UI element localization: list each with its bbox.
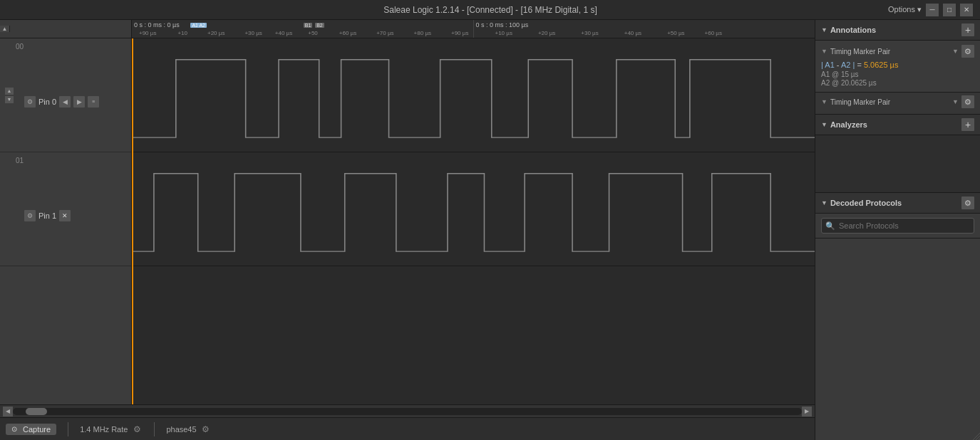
ruler-right-tick-20us: +20 µs (538, 30, 555, 36)
scrollbar-right-button[interactable]: ▶ (802, 407, 812, 417)
annotations-title: Annotations (830, 26, 876, 34)
analyzers-header-left: ▼ Analyzers (821, 120, 867, 129)
annotations-add-button[interactable]: + (961, 23, 974, 36)
timing-a2-label: A2 | (841, 61, 855, 69)
channel-0-scroll-down[interactable]: ▼ (5, 96, 14, 103)
timing-marker-2-triangle-icon: ▼ (821, 98, 827, 105)
channel-0-scroll: ▲ ▼ (4, 88, 14, 103)
timing-pair-2-header: ▼ Timing Marker Pair ▼ ⚙ (821, 95, 974, 108)
marker-b2-label: B2 (315, 23, 324, 28)
channel-0-index: 00 (16, 43, 24, 51)
ruler-tick-70us: +70 µs (376, 30, 393, 36)
capture-label: Capture (23, 425, 51, 434)
left-panel: ▲ 0 s : 0 ms : 0 µs +90 µs +10 A1 A2 +20… (0, 20, 815, 440)
decoded-protocols-header-left: ▼ Decoded Protocols (821, 199, 902, 207)
preset-label: phase45 (166, 425, 196, 434)
decoded-protocols-collapse-icon: ▼ (821, 199, 827, 206)
ruler-tick-30us: +30 µs (244, 30, 262, 36)
resize-handle[interactable] (973, 433, 980, 440)
timing-pair-1-down-icon: ▼ (952, 48, 959, 55)
scrollbar-thumb[interactable] (26, 408, 47, 415)
ruler-left: 0 s : 0 ms : 0 µs +90 µs +10 A1 A2 +20 µ… (132, 20, 474, 38)
ruler-tick-80us: +80 µs (414, 30, 431, 36)
scrollbar-left-button[interactable]: ◀ (3, 407, 13, 417)
annotations-section-header[interactable]: ▼ Annotations + (815, 20, 980, 41)
waveform-svg-1 (132, 152, 815, 266)
timing-a1-label: | A1 (821, 61, 835, 69)
ruler-tick-50us: +50 B2 (308, 30, 318, 36)
ruler-tick-10: +10 A1 A2 (177, 30, 187, 36)
analyzers-section: ▼ Analyzers + (815, 115, 980, 193)
annotations-collapse-icon: ▼ (821, 26, 827, 33)
rate-label: 1.4 MHz Rate (80, 425, 128, 434)
timing-pair-1-gear-button[interactable]: ⚙ (961, 45, 974, 58)
scroll-up-button[interactable]: ▲ (0, 26, 10, 32)
decoded-protocols-gear-button[interactable]: ⚙ (961, 197, 974, 209)
ruler-tick-40us: +40 µs B1 (275, 30, 292, 36)
timing-pair-1-a1-detail: A1 @ 15 µs (821, 70, 974, 78)
marker-a2-label: A2 (197, 23, 207, 28)
analyzers-collapse-icon: ▼ (821, 121, 827, 128)
preset-gear-icon[interactable]: ⚙ (200, 424, 212, 435)
close-button[interactable]: ✕ (960, 4, 973, 16)
capture-button[interactable]: ⊙ Capture (6, 424, 56, 435)
rate-item[interactable]: 1.4 MHz Rate ⚙ (80, 424, 143, 435)
channel-0-scroll-up[interactable]: ▲ (5, 88, 14, 95)
channel-0-label-row: ▲ ▼ 00 ⚙ Pin 0 ◀ ▶ ≡ (0, 38, 131, 152)
analyzers-section-header[interactable]: ▼ Analyzers + (815, 115, 980, 135)
status-divider-1 (68, 422, 68, 436)
channel-0-prev-button[interactable]: ◀ (59, 96, 71, 108)
timing-pair-2-title: Timing Marker Pair (830, 98, 890, 106)
timing-pair-1-title-group: ▼ Timing Marker Pair (821, 48, 890, 56)
waveform-row-0[interactable] (132, 38, 815, 152)
analyzers-content (815, 135, 980, 192)
ruler-tick-90us: +90 µs (139, 30, 156, 36)
timing-pair-1: ▼ Timing Marker Pair ▼ ⚙ | A1 - A2 | = 5… (815, 41, 980, 93)
timing-pair-2: ▼ Timing Marker Pair ▼ ⚙ (815, 93, 980, 115)
rate-gear-icon[interactable]: ⚙ (131, 424, 143, 435)
ruler-right-tick-10us: +10 µs (495, 30, 512, 36)
ruler-right-label: 0 s : 0 ms : 100 µs (476, 21, 529, 28)
channel-0-settings-button[interactable]: ⚙ (24, 96, 36, 108)
ruler-right-tick-50us: +50 µs (667, 30, 684, 36)
minimize-button[interactable]: ─ (926, 4, 939, 16)
ruler-tick-90us-2: +90 µs (451, 30, 468, 36)
status-divider-2 (154, 422, 155, 436)
ruler-right-tick-40us: +40 µs (624, 30, 641, 36)
scrollbar-track[interactable] (13, 408, 802, 415)
search-protocols-input[interactable] (821, 218, 974, 234)
preset-item[interactable]: phase45 ⚙ (166, 424, 211, 435)
analyzers-add-button[interactable]: + (961, 118, 974, 131)
timing-pair-2-gear-button[interactable]: ⚙ (961, 95, 974, 108)
maximize-button[interactable]: □ (943, 4, 956, 16)
options-button[interactable]: Options ▾ (888, 5, 922, 14)
waveform-empty-area (132, 266, 815, 404)
channel-1-label-row: 01 ⚙ Pin 1 ✕ (0, 152, 131, 266)
channel-0-info: ⚙ Pin 0 ◀ ▶ ≡ (17, 83, 127, 108)
timing-value: 5.0625 µs (864, 61, 899, 69)
marker-b1-label: B1 (304, 23, 313, 28)
channel-1-settings-button[interactable]: ⚙ (24, 210, 36, 221)
channel-label-spacer: ▲ (0, 20, 132, 38)
timing-pair-2-title-group: ▼ Timing Marker Pair (821, 98, 890, 106)
channel-0-header: ⚙ Pin 0 ◀ ▶ ≡ (24, 96, 127, 108)
decoded-protocols-section: ▼ Decoded Protocols ⚙ 🔍 (815, 193, 980, 239)
search-wrapper: 🔍 (821, 218, 974, 234)
ruler-right-tick-60us: +60 µs (705, 30, 722, 36)
ruler-right-tick-30us: +30 µs (581, 30, 598, 36)
timing-pair-1-a2-detail: A2 @ 20.0625 µs (821, 79, 974, 87)
ruler-left-ticks: +90 µs +10 A1 A2 +20 µs +30 µs +40 µs B1… (132, 30, 473, 36)
channel-0-extra-button[interactable]: ≡ (88, 96, 99, 108)
decoded-protocols-header[interactable]: ▼ Decoded Protocols ⚙ (815, 193, 980, 214)
title-bar-controls: Options ▾ ─ □ ✕ (888, 4, 973, 16)
channel-0-next-button[interactable]: ▶ (73, 96, 85, 108)
timing-marker-orange (132, 38, 133, 404)
ruler-left-label: 0 s : 0 ms : 0 µs (134, 21, 180, 28)
waveform-row-1[interactable] (132, 152, 815, 266)
channel-1-header: ⚙ Pin 1 ✕ (24, 210, 127, 221)
timing-pair-1-header: ▼ Timing Marker Pair ▼ ⚙ (821, 45, 974, 58)
channel-1-index: 01 (16, 157, 24, 164)
capture-icon: ⊙ (11, 425, 17, 433)
channel-1-remove-button[interactable]: ✕ (59, 210, 71, 221)
channel-0-name: Pin 0 (38, 98, 56, 106)
